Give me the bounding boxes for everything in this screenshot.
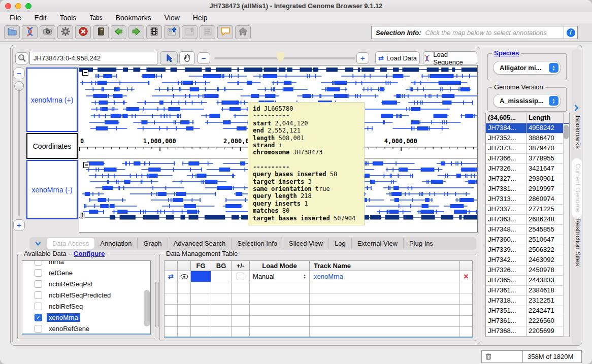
vertical-zoom-out-button[interactable]: − [13, 68, 25, 79]
sequence-table-scroll-thumb[interactable] [564, 125, 569, 139]
available-data-item-xenorefgene[interactable]: xenoRefGene [22, 323, 150, 334]
tab-sliced-view[interactable]: Sliced View [283, 238, 328, 249]
tab-selection-info[interactable]: Selection Info [231, 238, 283, 249]
sequence-row-jh7313[interactable]: JH7313...2860974 [486, 194, 569, 205]
range-input[interactable] [29, 52, 157, 64]
zoom-slider[interactable] [214, 57, 355, 59]
unchecked-checkbox[interactable] [35, 260, 42, 266]
dna-button[interactable] [22, 25, 38, 39]
camera-button[interactable] [40, 25, 55, 39]
trash-icon[interactable] [484, 352, 492, 361]
available-data-item-ncbirefseqpredicted[interactable]: ncbiRefSeqPredicted [22, 289, 150, 301]
selection-info-button[interactable]: i [564, 26, 577, 39]
sequence-row-jh7342[interactable]: JH7342...2463092 [486, 255, 569, 266]
menu-item-tools[interactable]: Tools [53, 14, 83, 22]
dmt-bg-color-cell[interactable] [211, 271, 232, 282]
tab-external-view[interactable]: External View [351, 238, 403, 249]
available-data-item-ncbirefseq[interactable]: ncbiRefSeq [22, 301, 150, 312]
sequence-row-jh7352[interactable]: JH7352...3886470 [486, 134, 569, 144]
tab-data-access[interactable]: Data Access [47, 238, 94, 249]
menu-item-edit[interactable]: Edit [28, 14, 53, 22]
sequence-row-jh7337[interactable]: JH7337...2771225 [486, 205, 569, 215]
stop-button[interactable] [75, 25, 91, 39]
log-book-button[interactable] [93, 25, 109, 39]
vertical-zoom-thumb[interactable] [14, 81, 24, 91]
sequence-row-jh7326[interactable]: JH7326...2450978 [486, 266, 569, 276]
dmt-refresh-cell[interactable]: ⇄ [165, 271, 178, 282]
home-button[interactable] [235, 25, 251, 39]
load-data-button[interactable]: ⇄ Load Data [375, 51, 420, 65]
menu-item-bookmarks[interactable]: Bookmarks [109, 14, 158, 22]
unchecked-checkbox[interactable] [35, 269, 42, 277]
zoom-in-button[interactable]: + [356, 52, 369, 64]
genome-map[interactable]: 01,000,0002,000,0003,000,0004,000,000 1 … [79, 65, 478, 233]
sequence-table-scrollbar[interactable] [563, 124, 569, 337]
track-label-coordinates[interactable]: Coordinates [26, 133, 78, 159]
collapse-forward-track-icon[interactable] [82, 70, 88, 76]
available-data-item-refgene[interactable]: refGene [22, 267, 150, 278]
sequence-row-jh7361[interactable]: JH7361...2226560 [486, 316, 569, 326]
available-data-item-ncbirefseqpsl[interactable]: ncbiRefSeqPsl [22, 278, 150, 289]
sequence-header-name[interactable]: (34,605... [486, 113, 527, 123]
menu-item-help[interactable]: Help [186, 14, 214, 22]
available-data-item-xenomrna[interactable]: ✓xenoMrna [22, 312, 150, 323]
menu-item-file[interactable]: File [3, 14, 28, 22]
menu-item-tabs[interactable]: Tabs [83, 14, 109, 21]
species-dropdown[interactable]: Alligator mi... ▲▼ [493, 61, 561, 75]
sequence-row-jh7339[interactable]: JH7339...2506822 [486, 245, 569, 255]
sequence-row-jh7366[interactable]: JH7366...3778955 [486, 154, 569, 164]
dmt-strand-cell[interactable] [232, 271, 250, 282]
print-disabled-button[interactable] [200, 25, 215, 39]
unchecked-checkbox[interactable] [237, 273, 244, 280]
unchecked-checkbox[interactable] [35, 325, 42, 333]
unchecked-checkbox[interactable] [35, 280, 42, 288]
tab-log[interactable]: Log [328, 238, 351, 249]
unchecked-checkbox[interactable] [35, 291, 42, 299]
species-link[interactable]: Species [492, 49, 521, 57]
unchecked-checkbox[interactable] [35, 303, 42, 310]
side-tab-current-genome[interactable]: Current Genome [572, 158, 582, 218]
dmt-load-mode-cell[interactable]: Manual▲▼ [250, 271, 310, 282]
menu-item-view[interactable]: View [158, 14, 186, 22]
genome-version-dropdown[interactable]: A_mississip... ▲▼ [493, 94, 561, 108]
zoom-out-button[interactable]: − [198, 52, 210, 64]
sequence-row-jh7365[interactable]: JH7365...2443833 [486, 276, 569, 286]
track-label-forward[interactable]: xenoMrna (+) [26, 68, 78, 132]
track-label-reverse[interactable]: xenoMrna (-) [26, 160, 78, 219]
side-tab-bookmarks[interactable]: Bookmarks [572, 116, 582, 149]
sequence-row-jh7373[interactable]: JH7373...3879470 [486, 144, 569, 154]
tab-annotation[interactable]: Annotation [94, 238, 137, 249]
sequence-row-jh7381[interactable]: JH7381...2919997 [486, 184, 569, 194]
film-button[interactable] [146, 25, 162, 39]
sequence-row-jh7351[interactable]: JH7351...2242471 [486, 306, 569, 316]
sequence-row-jh7363[interactable]: JH7363...2686248 [486, 215, 569, 225]
tab-plug-ins[interactable]: Plug-ins [403, 238, 439, 249]
pan-tool-button[interactable] [179, 51, 195, 65]
configure-link[interactable]: Configure [74, 250, 105, 257]
export-image-button[interactable] [164, 25, 180, 39]
gear-button[interactable] [57, 25, 73, 39]
dmt-delete-cell[interactable]: × [460, 271, 472, 282]
panel-splitter[interactable] [155, 282, 159, 327]
sequence-row-jh7327[interactable]: JH7327...2930901 [486, 174, 569, 184]
tab-advanced-search[interactable]: Advanced Search [168, 238, 232, 249]
available-data-scrollbar[interactable] [144, 290, 150, 326]
sequence-row-jh7361[interactable]: JH7361...2384618 [486, 286, 569, 296]
vertical-zoom-slider[interactable] [18, 86, 20, 216]
forward-button[interactable] [128, 25, 144, 39]
collapse-reverse-track-icon[interactable] [83, 162, 89, 168]
dmt-fg-color-cell[interactable] [191, 271, 211, 282]
select-tool-button[interactable] [160, 51, 178, 65]
load-sequence-button[interactable]: Load Sequence [423, 51, 477, 65]
checked-checkbox[interactable]: ✓ [35, 314, 42, 321]
search-button[interactable] [15, 52, 28, 64]
sequence-row-jh7348[interactable]: JH7348...2545855 [486, 225, 569, 235]
vertical-zoom-in-button[interactable]: + [13, 219, 25, 231]
feedback-bubble-button[interactable] [217, 25, 233, 39]
selection-info-placeholder[interactable]: Click the map below to select annotation… [421, 29, 564, 37]
tab-graph[interactable]: Graph [137, 238, 167, 249]
collapse-tabs-button[interactable] [29, 240, 47, 248]
sequence-row-jh7360[interactable]: JH7360...2510647 [486, 235, 569, 245]
sequence-row-jh7368[interactable]: JH7368...2205699 [486, 326, 569, 337]
open-file-button[interactable] [4, 25, 20, 39]
